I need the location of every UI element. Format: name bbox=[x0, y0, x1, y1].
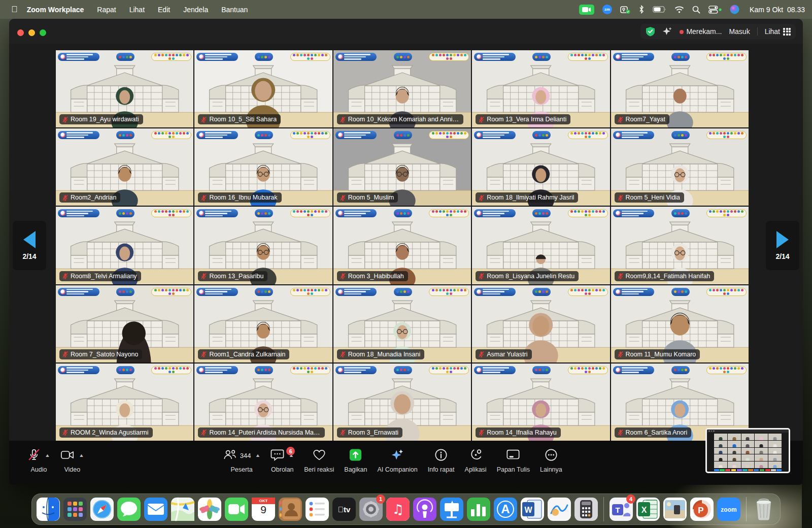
gallery-next-page-button[interactable]: 2/14 bbox=[766, 221, 799, 270]
participant-tile[interactable]: ROOM 2_Winda Agustiarmi bbox=[56, 364, 193, 441]
dock-zoom-icon[interactable]: zoom bbox=[717, 497, 741, 521]
participant-tile[interactable]: Room9,8,14_Fatimah Hanifah bbox=[611, 207, 749, 284]
participant-tile[interactable]: Room 3_Habibullah bbox=[333, 207, 471, 284]
spotlight-search-icon[interactable] bbox=[692, 6, 700, 14]
participant-tile[interactable]: Room2_Andrian bbox=[56, 128, 193, 206]
chevron-up-icon[interactable]: ▲ bbox=[79, 453, 84, 458]
participant-tile[interactable]: Room 13_Pasaribu bbox=[194, 207, 332, 284]
dock-powerpoint-icon[interactable]: P bbox=[690, 497, 714, 521]
chevron-up-icon[interactable]: ▲ bbox=[45, 453, 50, 458]
participant-tile[interactable]: Asmar Yulastri bbox=[472, 285, 610, 362]
dock-messages-icon[interactable] bbox=[117, 497, 141, 521]
bluetooth-icon[interactable] bbox=[638, 5, 645, 14]
participant-tile[interactable]: Room 8_Lisyana Junelin Restu bbox=[472, 207, 610, 284]
dock-freeform-icon[interactable] bbox=[547, 497, 571, 521]
participant-tile[interactable]: Room8_Telvi Armaliany bbox=[56, 207, 193, 284]
fullscreen-window-button[interactable] bbox=[40, 29, 46, 36]
participant-tile[interactable]: Room 7_Satoto Nayono bbox=[56, 285, 193, 362]
toolbar-video-button[interactable]: ▲Video bbox=[55, 446, 89, 473]
view-button[interactable]: Lihat bbox=[765, 27, 791, 36]
apple-logo-icon[interactable]:  bbox=[11, 5, 18, 15]
dock-music-icon[interactable]: ♫ bbox=[386, 497, 410, 521]
zoom-menubar-icon[interactable]: zm bbox=[602, 5, 612, 14]
recording-indicator[interactable]: Merekam... bbox=[680, 27, 722, 36]
control-center-icon[interactable] bbox=[708, 6, 722, 14]
dock-safari-icon[interactable] bbox=[90, 497, 114, 521]
menu-item-lihat[interactable]: Lihat bbox=[129, 6, 145, 14]
battery-icon[interactable] bbox=[653, 6, 666, 13]
wifi-icon[interactable] bbox=[674, 6, 684, 13]
minimize-window-button[interactable] bbox=[28, 29, 35, 36]
participant-tile[interactable]: Room 5_Heni Vidia bbox=[611, 128, 749, 206]
participant-tile[interactable]: Room 10_5_Siti Sahara bbox=[194, 50, 332, 127]
menu-item-bantuan[interactable]: Bantuan bbox=[221, 6, 248, 14]
dock-podcasts-icon[interactable] bbox=[413, 497, 437, 521]
dock-trash-icon[interactable] bbox=[752, 497, 776, 521]
toolbar-peserta-button[interactable]: 344▲Peserta bbox=[218, 446, 266, 473]
menubar-clock[interactable]: Kam 9 Okt 08.33 bbox=[750, 6, 805, 14]
menu-item-rapat[interactable]: Rapat bbox=[97, 6, 116, 14]
toolbar-aplikasi-button[interactable]: Aplikasi bbox=[460, 446, 492, 473]
dock-launchpad-icon[interactable] bbox=[63, 497, 87, 521]
ai-companion-header-icon[interactable] bbox=[662, 26, 672, 37]
dock-contacts-icon[interactable] bbox=[278, 497, 302, 521]
toolbar-papan-tulis-button[interactable]: Papan Tulis bbox=[492, 446, 535, 473]
participant-tile[interactable]: Room 10_Kokom Komariah and Annisa... bbox=[333, 50, 471, 127]
dock-facetime-icon[interactable] bbox=[224, 497, 249, 521]
siri-icon[interactable] bbox=[730, 5, 739, 14]
security-shield-icon[interactable] bbox=[646, 26, 655, 37]
dock-excel-icon[interactable]: X bbox=[636, 497, 660, 521]
toolbar-bagikan-button[interactable]: Bagikan bbox=[339, 446, 372, 473]
dock-mail-icon[interactable] bbox=[144, 497, 168, 521]
participant-tile[interactable]: Room 14_Puteri Ardista Nursisda Mawa... bbox=[194, 364, 332, 441]
menu-app-name[interactable]: Zoom Workplace bbox=[27, 6, 84, 14]
menu-item-edit[interactable]: Edit bbox=[158, 6, 170, 14]
dock-settings-icon[interactable]: 1 bbox=[359, 497, 383, 521]
menu-item-jendela[interactable]: Jendela bbox=[183, 6, 208, 14]
dock-calendar-icon[interactable]: OKT 9 bbox=[251, 497, 276, 521]
participant-tile[interactable]: Room 14_Ifnalia Rahayu bbox=[472, 364, 610, 441]
mini-participant-tile bbox=[728, 448, 741, 454]
dock-finder-icon[interactable] bbox=[36, 497, 60, 521]
toolbar-info-rapat-button[interactable]: Info rapat bbox=[423, 446, 460, 473]
dock-keynote-icon[interactable] bbox=[439, 497, 464, 521]
participant-name-tag: Asmar Yulastri bbox=[476, 349, 531, 359]
dock-divider bbox=[603, 497, 604, 521]
toolbar-ai-companion-button[interactable]: AI Companion bbox=[373, 446, 423, 473]
dock-apple-tv-icon[interactable]: tv bbox=[332, 497, 356, 521]
gallery-previous-page-button[interactable]: 2/14 bbox=[13, 221, 46, 270]
chevron-up-icon[interactable]: ▲ bbox=[255, 453, 260, 458]
toolbar-audio-button[interactable]: ▲Audio bbox=[22, 446, 55, 473]
participant-tile[interactable]: Room 13_Vera Irma Delianti bbox=[472, 50, 610, 127]
close-window-button[interactable] bbox=[17, 29, 24, 36]
toolbar-lainnya-button[interactable]: Lainnya bbox=[535, 446, 567, 473]
participant-tile[interactable]: Room 18_Munadia Insani bbox=[333, 285, 471, 362]
dock-preview-image-icon[interactable] bbox=[663, 497, 687, 521]
participant-tile[interactable]: Room 3_Ernawati bbox=[333, 364, 471, 441]
participant-tile[interactable]: Room 11_Mumu Komaro bbox=[611, 285, 749, 362]
dock-teams-icon[interactable]: T4 bbox=[609, 497, 633, 521]
passwords-verified-icon[interactable] bbox=[620, 5, 630, 14]
signin-button[interactable]: Masuk bbox=[729, 27, 750, 36]
dock-numbers-icon[interactable] bbox=[466, 497, 491, 521]
participant-tile[interactable]: Room 19_Ayu wirdawati bbox=[56, 50, 193, 127]
participant-gallery: Room 19_Ayu wirdawati bbox=[56, 50, 749, 441]
toolbar-obrolan-button[interactable]: ▲Obrolan6 bbox=[265, 446, 299, 473]
svg-text:zoom: zoom bbox=[721, 506, 736, 513]
participant-tile[interactable]: Room 18_Ilmiyati Rahmy Jasril bbox=[472, 128, 610, 206]
dock-word-icon[interactable]: W bbox=[520, 497, 545, 521]
dock-photos-icon[interactable] bbox=[197, 497, 222, 521]
participant-tile[interactable]: Room7_Yayat bbox=[611, 50, 749, 127]
participant-tile[interactable]: Room 5_Muslim bbox=[333, 128, 471, 206]
dock-app-store-icon[interactable]: A bbox=[493, 497, 518, 521]
mini-participant-tile bbox=[755, 441, 768, 447]
participant-tile[interactable]: Room 16_Ibnu Mubarak bbox=[194, 128, 332, 206]
dock-calculator-icon[interactable] bbox=[574, 497, 598, 521]
dock-reminders-icon[interactable] bbox=[305, 497, 329, 521]
conference-logo-left bbox=[58, 209, 99, 217]
video-active-icon[interactable] bbox=[579, 5, 594, 15]
participant-tile[interactable]: Room1_Candra Zulkarnain bbox=[194, 285, 332, 362]
dock-maps-icon[interactable] bbox=[171, 497, 195, 521]
recording-preview-thumbnail[interactable] bbox=[705, 428, 790, 473]
toolbar-beri-reaksi-button[interactable]: Beri reaksi bbox=[299, 446, 339, 473]
